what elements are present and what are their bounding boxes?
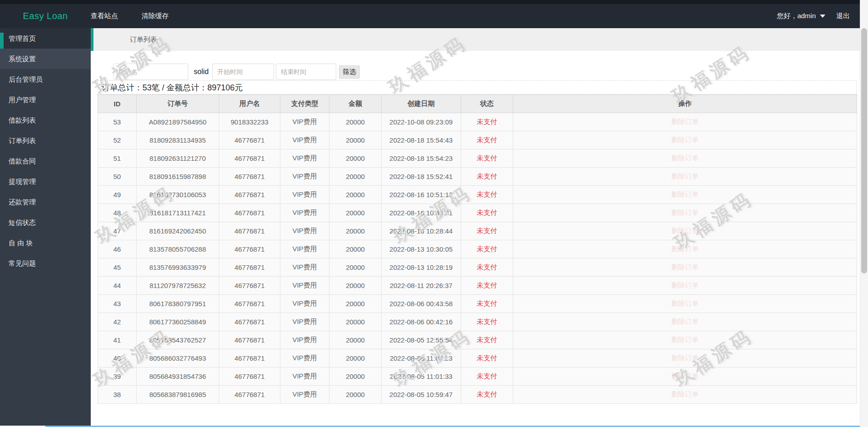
filter-submit-button[interactable]: 筛选: [339, 65, 360, 79]
sidebar-item-orders[interactable]: 订单列表: [0, 130, 91, 151]
cell-amount: 20000: [329, 277, 382, 295]
sidebar-item-home[interactable]: 管理首页: [0, 28, 91, 49]
sidebar-item-withdraw[interactable]: 提现管理: [0, 171, 91, 192]
content-panel: solid 筛选 订单总计：53笔 / 金额总计：897106元 ID订单号用户…: [98, 51, 857, 427]
cell-id: 49: [98, 186, 137, 204]
sidebar-item-contracts[interactable]: 借款合同: [0, 151, 91, 171]
delete-order-link[interactable]: 删除订单: [513, 313, 857, 331]
user-menu[interactable]: 您好，admin: [777, 12, 825, 20]
delete-order-link[interactable]: 删除订单: [513, 349, 857, 367]
delete-order-link[interactable]: 删除订单: [513, 222, 857, 240]
cell-order_no: 811207978725632: [137, 277, 219, 295]
cell-pay_type: VIP费用: [280, 204, 329, 222]
delete-order-link[interactable]: 删除订单: [513, 186, 857, 204]
sidebar-item-settings[interactable]: 系统设置: [0, 49, 91, 69]
cell-order_no: 806177360258849: [137, 313, 219, 331]
cell-status: 未支付: [461, 295, 513, 313]
vertical-scrollbar[interactable]: [860, 0, 868, 427]
delete-order-link[interactable]: 删除订单: [513, 168, 857, 186]
cell-pay_type: VIP费用: [280, 240, 329, 258]
col-header-0: ID: [98, 95, 137, 113]
cell-id: 46: [98, 240, 137, 258]
cell-amount: 20000: [329, 168, 382, 186]
nav-link-view-site[interactable]: 查看站点: [91, 12, 118, 20]
cell-pay_type: VIP费用: [280, 367, 329, 386]
cell-username: 46776871: [219, 277, 280, 295]
cell-order_no: 816169242062450: [137, 222, 219, 240]
cell-pay_type: VIP费用: [280, 168, 329, 186]
table-row: 5081809161598789846776871VIP费用200002022-…: [98, 168, 857, 186]
delete-order-link[interactable]: 删除订单: [513, 367, 857, 386]
cell-order_no: 805753543762527: [137, 331, 219, 349]
delete-order-link[interactable]: 删除订单: [513, 258, 857, 277]
cell-status: 未支付: [461, 367, 513, 386]
delete-order-link[interactable]: 删除订单: [513, 131, 857, 149]
table-row: 4681357805570628846776871VIP费用200002022-…: [98, 240, 857, 258]
delete-order-link[interactable]: 删除订单: [513, 331, 857, 349]
table-row: 4280617736025884946776871VIP费用200002022-…: [98, 313, 857, 331]
cell-created: 2022-08-05 10:59:47: [382, 386, 461, 404]
cell-order_no: 813576993633979: [137, 258, 219, 277]
sidebar-item-faq[interactable]: 常见问题: [0, 253, 91, 273]
col-header-5: 创建日期: [382, 95, 461, 113]
cell-pay_type: VIP费用: [280, 386, 329, 404]
table-row: 4481120797872563246776871VIP费用200002022-…: [98, 277, 857, 295]
sidebar-item-sms[interactable]: 短信状态: [0, 212, 91, 233]
sidebar-item-loans[interactable]: 借款列表: [0, 110, 91, 130]
cell-order_no: 805686032776493: [137, 349, 219, 367]
cell-username: 9018332233: [219, 113, 280, 131]
filter-row: solid 筛选: [113, 64, 857, 80]
delete-order-link[interactable]: 删除订单: [513, 149, 857, 168]
cell-status: 未支付: [461, 331, 513, 349]
delete-order-link[interactable]: 删除订单: [513, 240, 857, 258]
delete-order-link[interactable]: 删除订单: [513, 113, 857, 131]
delete-order-link[interactable]: 删除订单: [513, 386, 857, 404]
username-filter-input[interactable]: [113, 64, 188, 80]
sidebar-item-admins[interactable]: 后台管理员: [0, 69, 91, 89]
cell-status: 未支付: [461, 131, 513, 149]
cell-created: 2022-10-08 09:23:09: [382, 113, 461, 131]
brand-logo[interactable]: Easy Loan: [0, 11, 91, 21]
chevron-down-icon: [820, 15, 825, 18]
table-row: 3980568493185473646776871VIP费用200002022-…: [98, 367, 857, 386]
start-time-input[interactable]: [212, 64, 274, 80]
cell-pay_type: VIP费用: [280, 313, 329, 331]
delete-order-link[interactable]: 删除订单: [513, 277, 857, 295]
table-row: 4380617838079795146776871VIP费用200002022-…: [98, 295, 857, 313]
cell-status: 未支付: [461, 149, 513, 168]
cell-status: 未支付: [461, 240, 513, 258]
cell-order_no: 818091615987898: [137, 168, 219, 186]
sidebar-item-users[interactable]: 用户管理: [0, 89, 91, 110]
cell-order_no: 805684931854736: [137, 367, 219, 386]
cell-pay_type: VIP费用: [280, 295, 329, 313]
end-time-input[interactable]: [276, 64, 336, 80]
table-row: 4881618171311742146776871VIP费用200002022-…: [98, 204, 857, 222]
cell-username: 46776871: [219, 258, 280, 277]
cell-username: 46776871: [219, 222, 280, 240]
cell-status: 未支付: [461, 186, 513, 204]
cell-username: 46776871: [219, 204, 280, 222]
delete-order-link[interactable]: 删除订单: [513, 204, 857, 222]
logout-button[interactable]: 退出: [836, 12, 850, 20]
cell-pay_type: VIP费用: [280, 331, 329, 349]
cell-pay_type: VIP费用: [280, 258, 329, 277]
orders-table-body: 53A089218975849509018332233VIP费用20000202…: [98, 113, 857, 404]
cell-id: 43: [98, 295, 137, 313]
nav-link-clear-cache[interactable]: 清除缓存: [142, 12, 169, 20]
cell-username: 46776871: [219, 367, 280, 386]
cell-created: 2022-08-16 10:51:13: [382, 186, 461, 204]
sidebar-item-repay[interactable]: 还款管理: [0, 192, 91, 212]
cell-created: 2022-08-18 15:52:41: [382, 168, 461, 186]
cell-amount: 20000: [329, 149, 382, 168]
cell-id: 38: [98, 386, 137, 404]
sidebar-item-freeblock[interactable]: 自 由 块: [0, 233, 91, 253]
cell-amount: 20000: [329, 258, 382, 277]
col-header-1: 订单号: [137, 95, 219, 113]
cell-id: 45: [98, 258, 137, 277]
scrollbar-thumb[interactable]: [861, 28, 867, 273]
cell-created: 2022-08-05 11:01:33: [382, 367, 461, 386]
cell-amount: 20000: [329, 204, 382, 222]
col-header-2: 用户名: [219, 95, 280, 113]
user-greeting: 您好，admin: [777, 12, 816, 20]
delete-order-link[interactable]: 删除订单: [513, 295, 857, 313]
